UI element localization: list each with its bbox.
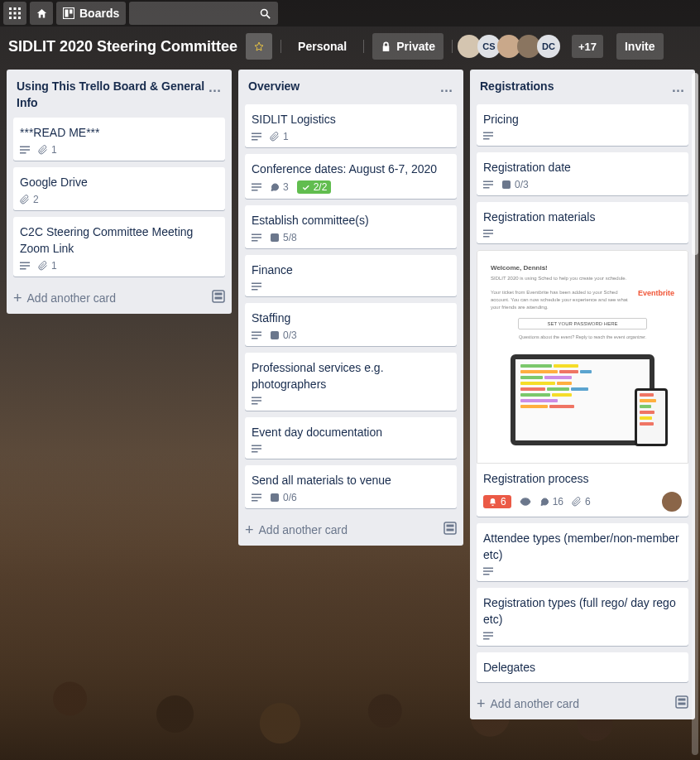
description-icon	[483, 631, 493, 641]
svg-rect-8	[18, 17, 21, 19]
svg-rect-69	[483, 638, 490, 640]
card-title: Attendee types (member/non-member etc)	[483, 530, 682, 563]
svg-rect-55	[483, 138, 490, 140]
board-header: SIDLIT 2020 Steering Committee Personal …	[0, 26, 700, 66]
apps-button[interactable]	[3, 2, 26, 25]
card-title: Registration types (full rego/ day rego …	[483, 594, 682, 628]
svg-rect-27	[252, 186, 261, 188]
svg-rect-51	[447, 525, 454, 527]
star-icon	[254, 40, 264, 53]
svg-rect-9	[63, 7, 74, 19]
home-icon	[36, 7, 48, 20]
svg-line-13	[267, 15, 271, 18]
list-menu-button[interactable]: …	[669, 78, 688, 98]
description-badge	[252, 233, 261, 243]
description-icon	[252, 182, 261, 192]
template-button[interactable]	[443, 522, 457, 537]
search-input[interactable]	[129, 2, 278, 25]
svg-rect-56	[483, 181, 493, 183]
board-title[interactable]: SIDLIT 2020 Steering Committee	[8, 38, 237, 55]
template-button[interactable]	[212, 290, 225, 305]
comment-icon	[270, 182, 280, 192]
card-title: Staffing	[252, 310, 450, 326]
boards-button[interactable]: Boards	[56, 2, 126, 25]
svg-rect-1	[14, 7, 17, 10]
team-label[interactable]: Personal	[290, 33, 355, 60]
board-canvas[interactable]: Using This Trello Board & General Info ……	[0, 66, 700, 757]
card[interactable]: Conference dates: August 6-7, 2020 3 2/2	[245, 154, 457, 199]
card[interactable]: Establish committee(s) 5/8	[245, 205, 457, 248]
card[interactable]: Google Drive 2	[13, 167, 225, 210]
visibility-button[interactable]: Private	[372, 33, 443, 60]
board-scrollbar[interactable]	[692, 73, 698, 755]
card[interactable]: Registration materials	[477, 202, 688, 243]
paperclip-icon	[38, 145, 48, 155]
paperclip-icon	[270, 132, 280, 142]
card[interactable]: Delegates	[477, 652, 688, 682]
svg-rect-65	[483, 570, 493, 572]
invite-button[interactable]: Invite	[616, 33, 664, 60]
description-badge	[20, 261, 30, 271]
list: Registrations … Pricing Registration dat…	[470, 70, 695, 719]
svg-point-63	[524, 500, 527, 503]
svg-rect-2	[18, 7, 21, 10]
template-button[interactable]	[675, 695, 688, 711]
card[interactable]: Event day documentation	[245, 417, 457, 459]
card[interactable]: C2C Steering Committee Meeting Zoom Link…	[13, 217, 225, 277]
attachment-badge: 2	[20, 194, 39, 205]
card[interactable]: Finance	[245, 255, 457, 296]
list-menu-button[interactable]: …	[205, 78, 225, 98]
svg-rect-17	[20, 262, 30, 264]
list-title[interactable]: Overview	[248, 78, 437, 94]
card[interactable]: Registration types (full rego/ day rego …	[477, 588, 688, 646]
svg-rect-31	[252, 240, 258, 242]
card-title: Event day documentation	[252, 424, 450, 440]
svg-rect-5	[18, 12, 21, 15]
card-title: Finance	[252, 262, 450, 278]
comments-badge: 16	[539, 496, 563, 507]
description-badge	[20, 145, 30, 155]
svg-rect-58	[483, 187, 490, 189]
card[interactable]: Pricing	[477, 104, 688, 146]
card[interactable]: SIDLIT Logistics 1	[245, 104, 457, 147]
card-title: Registration date	[483, 159, 682, 176]
card-title: C2C Steering Committee Meeting Zoom Link	[20, 224, 218, 257]
description-badge	[252, 330, 261, 340]
card[interactable]: Registration date 0/3	[477, 152, 688, 195]
svg-rect-24	[252, 136, 261, 137]
list-title[interactable]: Using This Trello Board & General Info	[17, 78, 205, 111]
list-menu-button[interactable]: …	[437, 78, 457, 98]
svg-rect-28	[252, 190, 258, 191]
card[interactable]: Staffing 0/3	[245, 303, 457, 346]
avatar[interactable]: DC	[537, 35, 560, 58]
plus-icon: +	[13, 292, 22, 304]
add-card-button[interactable]: Add another card	[491, 697, 579, 710]
more-members-button[interactable]: +17	[572, 35, 603, 58]
card-member-avatar[interactable]	[662, 492, 682, 512]
home-button[interactable]	[30, 2, 53, 25]
svg-rect-37	[252, 334, 261, 336]
card[interactable]: Send all materials to venue 0/6	[245, 465, 457, 508]
card-title: Registration process	[483, 470, 682, 487]
card[interactable]: Welcome, Dennis! SIDLIT 2020 is using Sc…	[477, 250, 688, 517]
description-icon	[483, 228, 493, 238]
card-title: Google Drive	[20, 174, 218, 190]
svg-rect-54	[483, 135, 493, 137]
svg-rect-57	[483, 184, 493, 185]
eye-icon	[520, 496, 531, 507]
card[interactable]: ***READ ME*** 1	[13, 118, 225, 161]
description-badge	[483, 566, 493, 576]
card[interactable]: Attendee types (member/non-member etc)	[477, 523, 688, 581]
card-title: Delegates	[483, 659, 682, 676]
description-icon	[483, 180, 493, 190]
list: Overview … SIDLIT Logistics 1 Conference…	[238, 70, 463, 546]
star-button[interactable]	[246, 33, 272, 60]
checklist-badge: 0/3	[501, 179, 529, 190]
checklist-icon	[301, 183, 310, 192]
add-card-button[interactable]: Add another card	[27, 291, 116, 305]
svg-rect-6	[9, 17, 12, 19]
svg-rect-43	[252, 445, 261, 447]
list-title[interactable]: Registrations	[480, 78, 669, 94]
add-card-button[interactable]: Add another card	[259, 523, 348, 536]
card[interactable]: Professional services e.g. photographers	[245, 353, 457, 411]
